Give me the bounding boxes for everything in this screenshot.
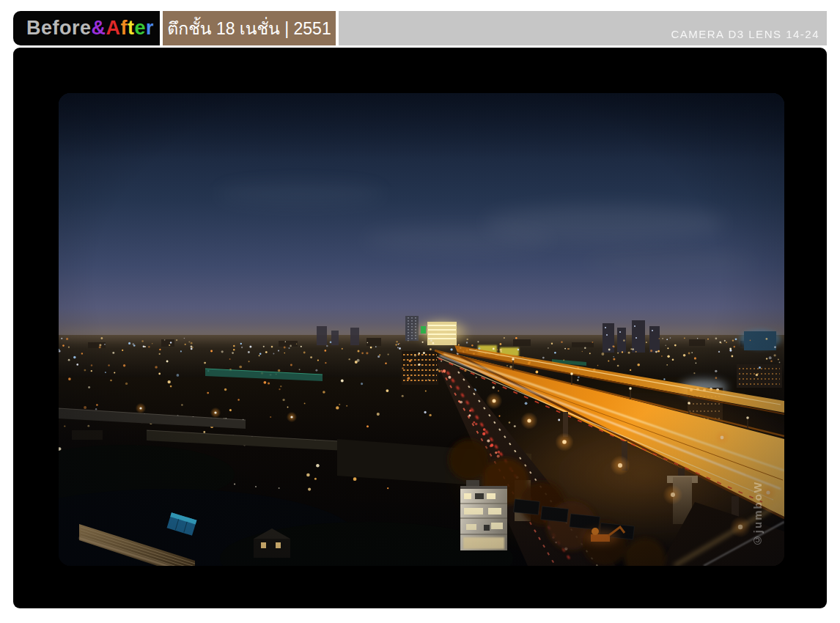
- photo-caption-box: ตึกชั้น 18 เนชั่น | 2551: [163, 11, 336, 45]
- watermark: ©jumboW: [751, 481, 764, 547]
- header-bar: CAMERA D3 LENS 14-24: [339, 11, 827, 45]
- brand-box: Before&After: [13, 11, 160, 45]
- vignette: [59, 93, 784, 566]
- photo-frame-panel: ©jumboW: [13, 48, 827, 608]
- camera-info: CAMERA D3 LENS 14-24: [671, 28, 819, 40]
- photo-caption: ตึกชั้น 18 เนชั่น | 2551: [167, 15, 331, 42]
- brand-title: Before&After: [26, 17, 154, 40]
- photo[interactable]: ©jumboW: [59, 93, 784, 566]
- page: Before&After ตึกชั้น 18 เนชั่น | 2551 CA…: [0, 0, 840, 623]
- photo-image: [59, 93, 784, 566]
